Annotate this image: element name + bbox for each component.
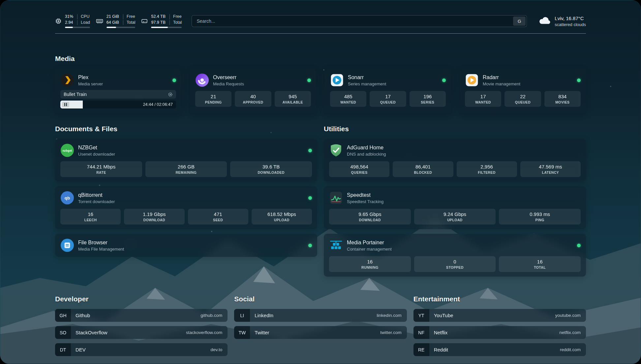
stat-tile: 945 AVAILABLE bbox=[275, 91, 311, 107]
stat-label: BLOCKED bbox=[395, 170, 451, 174]
plex-icon bbox=[60, 73, 74, 87]
stat-label: STOPPED bbox=[416, 265, 494, 269]
stat-value: 0.993 ms bbox=[501, 211, 579, 217]
stat-label: DOWNLOADED bbox=[232, 170, 310, 174]
status-dot bbox=[172, 78, 176, 82]
service-meta: Media Portainer Container management bbox=[347, 239, 392, 252]
now-playing-time: 24:44 / 02:06:47 bbox=[143, 101, 173, 108]
stat-value: 9.65 Gbps bbox=[331, 211, 409, 217]
service-meta: Radarr Movie management bbox=[483, 74, 520, 86]
bookmark-row-twitter[interactable]: TW Twitter twitter.com bbox=[234, 326, 407, 339]
service-meta: File Browser Media File Management bbox=[78, 239, 124, 252]
bookmark-row-stackoverflow[interactable]: SO StackOverflow stackoverflow.com bbox=[55, 326, 228, 339]
pause-button[interactable] bbox=[62, 102, 69, 107]
disk-progress-fill bbox=[151, 27, 168, 28]
search-input[interactable] bbox=[192, 15, 527, 27]
sonarr-icon bbox=[330, 73, 344, 87]
bookmark-group-title: Social bbox=[234, 295, 407, 303]
service-card-qbittorrent[interactable]: qb qBittorrent Torrent downloader 16 LEE… bbox=[55, 186, 317, 229]
stat-label: AVAILABLE bbox=[277, 100, 309, 104]
service-desc: Torrent downloader bbox=[78, 199, 115, 204]
service-card-header: AdGuard Home DNS and adblocking bbox=[329, 143, 581, 157]
stat-value: 22 bbox=[506, 94, 539, 99]
bookmark-abbr: TW bbox=[234, 326, 250, 339]
stat-label: LATENCY bbox=[522, 170, 579, 174]
memory-progress-fill bbox=[107, 27, 116, 28]
cpu-usage-value: 31% bbox=[65, 14, 77, 19]
service-name: AdGuard Home bbox=[347, 144, 386, 151]
stat-value: 16 bbox=[331, 259, 409, 264]
bookmark-row-linkedin[interactable]: LI LinkedIn linkedin.com bbox=[234, 309, 407, 322]
service-card-radarr[interactable]: Radarr Movie management 17 WANTED 22 QUE… bbox=[460, 69, 586, 113]
bookmark-group-title: Developer bbox=[55, 295, 228, 303]
disk-widget: 52.4 TB Free 97.9 TB Total bbox=[141, 14, 182, 28]
bookmark-row-youtube[interactable]: YT YouTube youtube.com bbox=[413, 309, 586, 322]
stat-value: 744.21 Mbps bbox=[62, 164, 140, 169]
service-card-sonarr[interactable]: Sonarr Series management 485 WANTED 17 Q… bbox=[325, 69, 451, 113]
bookmark-row-github[interactable]: GH Github github.com bbox=[55, 309, 228, 322]
stat-tile: 196 SERIES bbox=[410, 91, 446, 107]
cpu-icon bbox=[55, 18, 62, 24]
disk-free-label: Free bbox=[169, 14, 182, 19]
bookmark-name: YouTube bbox=[434, 313, 453, 318]
bookmark-row-dev[interactable]: DT DEV dev.to bbox=[55, 343, 228, 356]
service-name: Overseerr bbox=[213, 74, 244, 81]
stat-value: 0 bbox=[416, 259, 494, 264]
service-meta: AdGuard Home DNS and adblocking bbox=[347, 144, 386, 157]
bookmark-url: youtube.com bbox=[555, 313, 581, 318]
service-name: qBittorrent bbox=[78, 192, 115, 198]
service-card-plex[interactable]: Plex Media server Bullet Train 24:44 / 0… bbox=[55, 69, 181, 113]
stats-grid: 9.65 Gbps DOWNLOAD 9.24 Gbps UPLOAD 0.99… bbox=[329, 209, 581, 225]
service-desc: Series management bbox=[348, 81, 386, 86]
now-playing-title: Bullet Train bbox=[64, 92, 87, 97]
stat-label: SEED bbox=[190, 218, 246, 222]
stat-tile: 86,401 BLOCKED bbox=[393, 161, 453, 177]
service-name: Speedtest bbox=[347, 192, 383, 198]
service-name: Plex bbox=[78, 74, 103, 81]
service-card-file-browser[interactable]: File Browser Media File Management bbox=[55, 234, 317, 257]
bookmark-name: Twitter bbox=[255, 330, 269, 335]
stat-label: PING bbox=[501, 218, 579, 222]
section-title-documents: Documents & Files bbox=[55, 125, 317, 133]
divider bbox=[55, 33, 586, 34]
now-playing-progress[interactable]: 24:44 / 02:06:47 bbox=[60, 101, 176, 108]
search-engine-button[interactable]: G bbox=[513, 16, 526, 26]
cpu-load-label: Load bbox=[77, 20, 90, 25]
gear-icon[interactable] bbox=[168, 92, 173, 97]
bookmark-group-developer: Developer GH Github github.com SO StackO… bbox=[55, 295, 228, 356]
bookmark-name: LinkedIn bbox=[255, 313, 273, 318]
service-desc: Media Requests bbox=[213, 81, 244, 86]
status-dot bbox=[308, 244, 312, 247]
service-card-speedtest[interactable]: Speedtest Speedtest Tracking 9.65 Gbps D… bbox=[324, 186, 586, 229]
stat-value: 21 bbox=[197, 94, 229, 99]
bookmark-name: Reddit bbox=[434, 347, 448, 352]
bookmark-row-reddit[interactable]: RE Reddit reddit.com bbox=[413, 343, 586, 356]
service-meta: Overseerr Media Requests bbox=[213, 74, 244, 86]
stat-tile: 21 PENDING bbox=[195, 91, 231, 107]
bookmark-group-social: Social LI LinkedIn linkedin.com TW Twitt… bbox=[234, 295, 407, 356]
resource-widgets: 31% CPU 2.94 Load 21 GiB bbox=[55, 14, 182, 28]
service-card-header: Overseerr Media Requests bbox=[195, 73, 311, 87]
service-name: NZBGet bbox=[78, 144, 115, 151]
bookmark-row-netflix[interactable]: NF Netflix netflix.com bbox=[413, 326, 586, 339]
service-card-overseerr[interactable]: Overseerr Media Requests 21 PENDING 40 A… bbox=[190, 69, 316, 113]
section-title-utilities: Utilities bbox=[324, 125, 586, 133]
stat-value: 498,564 bbox=[331, 164, 387, 169]
stat-label: LEECH bbox=[62, 218, 119, 222]
dashboard-screen: 31% CPU 2.94 Load 21 GiB bbox=[0, 0, 641, 364]
bookmark-groups: Developer GH Github github.com SO StackO… bbox=[55, 295, 586, 356]
stat-value: 834 bbox=[546, 94, 579, 99]
bookmark-url: netflix.com bbox=[559, 330, 581, 335]
service-card-media-portainer[interactable]: Media Portainer Container management 16 … bbox=[324, 234, 586, 277]
stat-tile: 0 STOPPED bbox=[414, 256, 496, 272]
service-meta: NZBGet Usenet downloader bbox=[78, 144, 115, 157]
media-cards: Plex Media server Bullet Train 24:44 / 0… bbox=[55, 69, 586, 113]
utilities-cards: AdGuard Home DNS and adblocking 498,564 … bbox=[324, 139, 586, 277]
stat-tile: 40 APPROVED bbox=[235, 91, 271, 107]
service-card-header: Media Portainer Container management bbox=[329, 238, 581, 252]
service-card-adguard-home[interactable]: AdGuard Home DNS and adblocking 498,564 … bbox=[324, 139, 586, 182]
service-card-nzbget[interactable]: nzbget NZBGet Usenet downloader 744.21 M… bbox=[55, 139, 317, 182]
bookmark-url: stackoverflow.com bbox=[186, 330, 222, 335]
service-meta: Sonarr Series management bbox=[348, 74, 386, 86]
stat-tile: 17 WANTED bbox=[465, 91, 501, 107]
